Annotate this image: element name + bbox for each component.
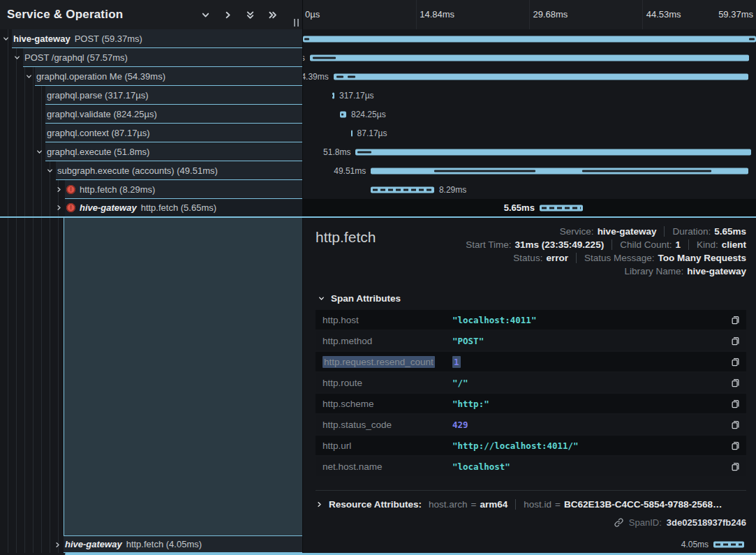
span-row-content[interactable]: graphql.validate (824.25µs) xyxy=(45,105,302,124)
retry-dashes xyxy=(716,544,742,546)
copy-button[interactable] xyxy=(727,332,743,349)
span-row-content[interactable]: !http.fetch (8.29ms) xyxy=(65,180,302,199)
child-span-mark xyxy=(582,170,711,172)
span-row-content[interactable]: hive-gatewayhttp.fetch (4.05ms) xyxy=(64,536,302,553)
span-tree-cell[interactable]: graphql.parse (317.17µs) xyxy=(0,86,303,105)
span-meta-line: Library Name:hive-gateway xyxy=(624,266,746,276)
span-row-content[interactable]: graphql.operation Me (54.39ms) xyxy=(35,67,302,86)
span-attributes-toggle[interactable]: Span Attributes xyxy=(318,293,746,304)
span-timeline-cell[interactable]: 8.29ms xyxy=(303,180,756,199)
chevron-down-icon[interactable] xyxy=(24,67,33,86)
span-bar[interactable] xyxy=(713,542,744,548)
span-bar[interactable] xyxy=(332,92,334,98)
span-row-content[interactable]: POST /graphql (57.57ms) xyxy=(23,48,302,67)
collapse-expand-toolbar xyxy=(199,0,279,29)
service-name: hive-gateway xyxy=(80,202,137,213)
equals-sign: = xyxy=(555,499,561,510)
span-timeline-cell[interactable]: 5.65ms xyxy=(303,199,756,216)
chevron-right-icon[interactable] xyxy=(54,180,63,199)
attribute-row: http.route"/" xyxy=(316,373,746,392)
operation-name: graphql.operation Me (54.39ms) xyxy=(36,71,165,82)
attribute-row: http.scheme"http:" xyxy=(316,394,746,413)
copy-icon xyxy=(730,398,741,409)
span-tree-cell[interactable]: hive-gatewayPOST (59.37ms) xyxy=(0,29,303,48)
span-tree-cell[interactable]: !hive-gatewayhttp.fetch (5.65ms) xyxy=(0,199,303,216)
span-tree-cell[interactable]: hive-gatewayhttp.fetch (4.05ms) xyxy=(0,536,303,553)
span-tree-cell[interactable]: graphql.validate (824.25µs) xyxy=(0,105,303,124)
span-tree-cell[interactable]: !http.fetch (8.29ms) xyxy=(0,180,303,199)
span-tree-cell[interactable]: graphql.execute (51.8ms) xyxy=(0,142,303,161)
operation-name: graphql.validate (824.25µs) xyxy=(47,109,157,119)
service-name: hive-gateway xyxy=(13,34,71,44)
span-bar[interactable] xyxy=(355,149,750,155)
span-tree-cell[interactable]: POST /graphql (57.57ms) xyxy=(0,48,303,67)
span-row-content[interactable]: graphql.context (87.17µs) xyxy=(45,124,302,142)
span-row-content[interactable]: subgraph.execute (accounts) (49.51ms) xyxy=(56,161,302,180)
copy-button[interactable] xyxy=(727,374,743,391)
service-name: hive-gateway xyxy=(65,539,122,549)
span-bar[interactable] xyxy=(351,130,352,136)
copy-button[interactable] xyxy=(727,395,743,412)
copy-button[interactable] xyxy=(727,311,743,328)
attribute-value-text: "/" xyxy=(452,378,468,388)
span-timeline-cell[interactable]: 57.57ms xyxy=(303,48,756,67)
collapse-all-button[interactable] xyxy=(244,8,256,21)
span-row: subgraph.execute (accounts) (49.51ms)49.… xyxy=(0,161,756,180)
panel-resize-handle[interactable] xyxy=(294,19,299,27)
copy-button[interactable] xyxy=(727,437,743,454)
operation-name: subgraph.execute (accounts) (49.51ms) xyxy=(57,165,218,176)
chevron-down-icon[interactable] xyxy=(35,142,43,161)
collapse-one-button[interactable] xyxy=(199,8,212,21)
link-icon[interactable] xyxy=(614,517,624,528)
copy-icon xyxy=(730,461,741,472)
attribute-value-text: "POST" xyxy=(452,336,484,346)
attribute-key: http.host xyxy=(323,315,452,325)
expand-all-button[interactable] xyxy=(266,8,279,21)
span-bar[interactable] xyxy=(371,168,748,174)
span-timeline-cell[interactable]: 87.17µs xyxy=(303,124,756,142)
copy-button[interactable] xyxy=(727,458,743,475)
span-tree-cell[interactable]: graphql.context (87.17µs) xyxy=(0,124,303,142)
span-id-label: SpanID: xyxy=(629,517,662,528)
span-bar[interactable] xyxy=(303,36,756,42)
attribute-row: net.host.name"localhost" xyxy=(316,457,746,476)
attribute-row: http.url"http://localhost:4011/" xyxy=(316,436,746,455)
span-timeline-cell[interactable]: 4.05ms xyxy=(303,536,756,553)
chevron-down-icon xyxy=(200,10,211,20)
span-bar[interactable] xyxy=(310,54,749,61)
meta-label: Kind: xyxy=(697,239,718,250)
child-span-mark xyxy=(332,94,333,96)
operation-name: http.fetch (4.05ms) xyxy=(126,539,202,549)
span-row-content[interactable]: graphql.execute (51.8ms) xyxy=(45,142,302,161)
chevron-down-icon[interactable] xyxy=(45,161,54,180)
resource-attributes-toggle[interactable]: Resource Attributes: host.arch=arm64host… xyxy=(316,496,746,512)
copy-button[interactable] xyxy=(727,416,743,433)
attribute-key: http.method xyxy=(323,336,452,346)
copy-button[interactable] xyxy=(727,353,743,370)
span-timeline-cell[interactable]: 54.39ms xyxy=(303,67,756,86)
span-detail-section: http.fetch Service:hive-gatewayDuration:… xyxy=(0,216,756,536)
chevron-right-icon[interactable] xyxy=(53,536,61,553)
span-bar[interactable] xyxy=(371,186,434,193)
chevron-down-icon[interactable] xyxy=(13,48,21,67)
span-row-content[interactable]: hive-gatewayPOST (59.37ms) xyxy=(12,29,302,48)
span-bar[interactable] xyxy=(340,111,346,117)
span-timeline-cell[interactable]: 49.51ms xyxy=(303,161,756,180)
span-timeline-cell[interactable]: 824.25µs xyxy=(303,105,756,124)
expand-one-button[interactable] xyxy=(221,8,234,21)
span-bar[interactable] xyxy=(334,73,749,80)
span-timeline-cell[interactable]: 59.37ms xyxy=(303,29,756,48)
span-timeline-cell[interactable]: 51.8ms xyxy=(303,142,756,161)
span-timeline-cell[interactable]: 317.17µs xyxy=(303,86,756,105)
timeline-tick-label: 44.53ms xyxy=(646,0,681,29)
span-id-row: SpanID: 3de02518937fb246 xyxy=(316,512,746,532)
chevron-down-icon[interactable] xyxy=(1,29,10,48)
attribute-row: http.status_code429 xyxy=(316,415,746,434)
span-tree-cell[interactable]: graphql.operation Me (54.39ms) xyxy=(0,67,303,86)
chevron-right-icon[interactable] xyxy=(54,199,63,216)
span-row-content[interactable]: !hive-gatewayhttp.fetch (5.65ms) xyxy=(65,199,302,216)
span-tree-cell[interactable]: subgraph.execute (accounts) (49.51ms) xyxy=(0,161,303,180)
span-row-content[interactable]: graphql.parse (317.17µs) xyxy=(45,86,302,105)
span-bar[interactable] xyxy=(540,205,583,211)
attribute-value: "localhost" xyxy=(452,461,727,472)
